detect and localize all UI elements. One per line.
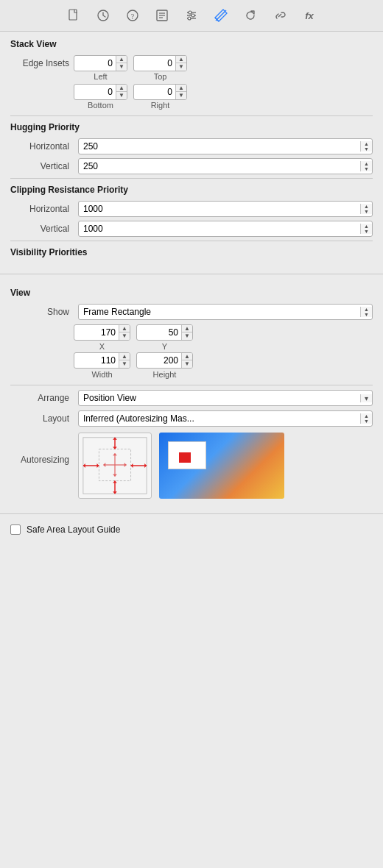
y-label: Y	[162, 342, 167, 351]
safe-area-checkbox[interactable]	[10, 524, 21, 535]
edge-insets-top-stepper[interactable]: ▲ ▼	[133, 55, 187, 71]
edge-insets-label: Edge Insets	[10, 55, 69, 68]
history-icon[interactable]	[95, 7, 111, 24]
height-up[interactable]: ▲	[182, 353, 192, 360]
x-stepper[interactable]: ▲ ▼	[74, 324, 130, 341]
arrange-dropdown[interactable]: Position View Size to Fit Content Update…	[79, 391, 360, 405]
fx-icon[interactable]: fx	[301, 7, 317, 24]
hugging-vertical-dropdown[interactable]: 250	[79, 159, 360, 174]
edge-insets-top-up[interactable]: ▲	[176, 56, 186, 63]
y-up[interactable]: ▲	[182, 325, 192, 332]
height-input[interactable]	[137, 354, 181, 367]
edge-insets-right-field: ▲ ▼ Right	[133, 84, 187, 110]
safe-area-label: Safe Area Layout Guide	[27, 524, 120, 535]
layout-dropdown[interactable]: Inferred (Autoresizing Mas... Inferred (…	[79, 411, 360, 426]
arrange-select[interactable]: Position View Size to Fit Content Update…	[78, 390, 373, 406]
svg-marker-26	[131, 463, 133, 468]
hugging-horizontal-select[interactable]: 250 ▲ ▼	[78, 138, 373, 154]
autoresizing-diagram[interactable]	[78, 433, 152, 499]
show-dropdown[interactable]: Frame Rectangle Bounds Rectangle	[79, 305, 360, 319]
divider-5	[10, 385, 373, 385]
ruler-icon[interactable]	[213, 7, 229, 24]
width-stepper[interactable]: ▲ ▼	[74, 352, 130, 369]
edge-insets-top-field: ▲ ▼ Top	[133, 55, 187, 81]
height-stepper[interactable]: ▲ ▼	[136, 352, 193, 369]
edge-insets-right-up[interactable]: ▲	[176, 85, 186, 92]
hugging-horizontal-dropdown[interactable]: 250	[79, 139, 360, 154]
edge-insets-right-input[interactable]	[134, 85, 175, 99]
clipping-resistance-title: Clipping Resistance Priority	[10, 185, 373, 195]
preview-red-element	[179, 452, 191, 463]
stack-view-title: Stack View	[10, 39, 373, 49]
y-input[interactable]	[137, 326, 181, 339]
edge-insets-right-stepper[interactable]: ▲ ▼	[133, 84, 187, 100]
link-icon[interactable]	[272, 7, 288, 24]
hugging-horizontal-row: Horizontal 250 ▲ ▼	[10, 138, 373, 154]
show-label: Show	[10, 307, 69, 317]
edge-insets-left-up[interactable]: ▲	[116, 56, 127, 63]
edge-insets-bottom-down[interactable]: ▼	[116, 92, 127, 99]
edge-insets-bottom-field: ▲ ▼ Bottom	[74, 84, 127, 110]
edge-insets-left-label: Left	[94, 72, 107, 81]
preview-view-rect	[168, 441, 206, 469]
svg-marker-32	[103, 463, 105, 467]
clipping-vertical-dropdown[interactable]: 1000	[79, 221, 360, 236]
help-icon[interactable]: ?	[124, 7, 141, 24]
file-icon[interactable]	[66, 7, 82, 24]
xy-group: ▲ ▼ X ▲ ▼ Y	[74, 324, 373, 351]
refresh-icon[interactable]	[242, 7, 259, 24]
x-label: X	[99, 342, 105, 351]
autoresizing-row: Autoresizing	[10, 433, 373, 499]
edge-insets-top-down[interactable]: ▼	[176, 63, 186, 71]
height-field: ▲ ▼ Height	[136, 352, 193, 379]
wh-group: ▲ ▼ Width ▲ ▼ Height	[74, 352, 373, 379]
x-down[interactable]: ▼	[119, 332, 130, 340]
clipping-vertical-select[interactable]: 1000 ▲ ▼	[78, 221, 373, 237]
svg-marker-33	[124, 463, 127, 467]
autoresizing-label: Autoresizing	[10, 433, 69, 465]
edge-insets-bottom-up[interactable]: ▲	[116, 85, 127, 92]
clipping-resistance-group: Clipping Resistance Priority Horizontal …	[10, 185, 373, 237]
x-up[interactable]: ▲	[119, 325, 130, 332]
sliders-icon[interactable]	[183, 7, 200, 24]
visibility-priorities-group: Visibility Priorities	[10, 247, 373, 257]
clipping-horizontal-dropdown[interactable]: 1000	[79, 202, 360, 216]
edge-insets-right-down[interactable]: ▼	[176, 92, 186, 99]
width-down[interactable]: ▼	[119, 360, 130, 368]
y-down[interactable]: ▼	[182, 332, 192, 340]
clipping-horizontal-select[interactable]: 1000 ▲ ▼	[78, 201, 373, 217]
edge-insets-left-down[interactable]: ▼	[116, 63, 127, 71]
edge-insets-group: Edge Insets ▲ ▼ Left	[10, 55, 373, 110]
clipping-vertical-row: Vertical 1000 ▲ ▼	[10, 221, 373, 237]
edge-insets-right-label: Right	[151, 101, 170, 110]
hugging-vertical-label: Vertical	[10, 161, 69, 171]
toolbar: ?	[0, 0, 383, 32]
x-input[interactable]	[74, 326, 119, 339]
height-down[interactable]: ▼	[182, 360, 192, 368]
edge-insets-left-input[interactable]	[74, 57, 116, 70]
width-input[interactable]	[74, 354, 119, 367]
divider-4	[0, 274, 383, 274]
svg-text:?: ?	[131, 13, 135, 21]
autoresizing-controls	[78, 433, 284, 499]
divider-3	[10, 241, 373, 241]
edge-insets-bottom-input[interactable]	[74, 85, 116, 99]
edge-insets-left-stepper[interactable]: ▲ ▼	[74, 55, 127, 71]
layout-row: Layout Inferred (Autoresizing Mas... Inf…	[10, 410, 373, 427]
x-field: ▲ ▼ X	[74, 324, 130, 351]
edge-insets-top-label: Top	[154, 72, 167, 81]
width-up[interactable]: ▲	[119, 353, 130, 360]
inspector-icon[interactable]	[154, 7, 170, 24]
y-stepper[interactable]: ▲ ▼	[136, 324, 193, 341]
edge-insets-top-input[interactable]	[134, 57, 175, 70]
show-select[interactable]: Frame Rectangle Bounds Rectangle ▲ ▼	[78, 304, 373, 320]
layout-select[interactable]: Inferred (Autoresizing Mas... Inferred (…	[78, 410, 373, 427]
arrange-label: Arrange	[10, 393, 69, 403]
edge-insets-bottom-label: Bottom	[88, 101, 113, 110]
hugging-vertical-select[interactable]: 250 ▲ ▼	[78, 158, 373, 174]
svg-marker-29	[113, 453, 117, 455]
edge-insets-bottom-stepper[interactable]: ▲ ▼	[74, 84, 127, 100]
hugging-priority-title: Hugging Priority	[10, 122, 373, 132]
clipping-horizontal-label: Horizontal	[10, 204, 69, 214]
edge-insets-left-field: ▲ ▼ Left	[74, 55, 127, 81]
